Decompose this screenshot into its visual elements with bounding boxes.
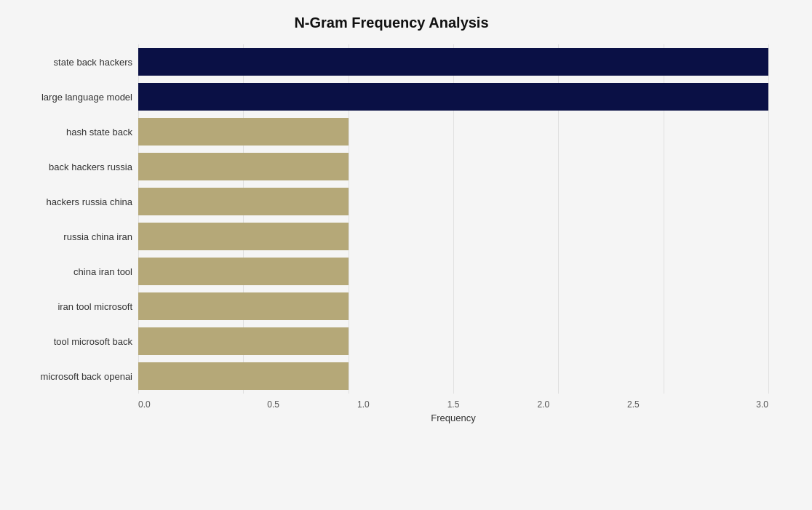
x-axis-title: Frequency — [138, 413, 768, 423]
bars-and-grid — [138, 44, 768, 394]
x-tick: 1.0 — [318, 399, 408, 410]
y-label: hackers russia china — [15, 184, 132, 219]
bar — [138, 83, 768, 111]
bar — [138, 153, 349, 180]
bar-row — [138, 289, 768, 324]
bar — [138, 292, 349, 320]
bar-row — [138, 184, 768, 219]
y-label: iran tool microsoft — [15, 289, 132, 324]
y-label: state back hackers — [15, 44, 132, 79]
x-tick: 0.5 — [228, 399, 319, 410]
y-label: russia china iran — [15, 219, 132, 254]
y-labels: state back hackerslarge language modelha… — [15, 44, 138, 394]
x-tick: 2.5 — [589, 399, 679, 410]
bar-row — [138, 254, 768, 289]
x-axis: 0.00.51.01.52.02.53.0 — [138, 399, 768, 410]
bar — [138, 48, 768, 76]
bar-row — [138, 324, 768, 359]
bar — [138, 327, 349, 355]
x-tick: 3.0 — [678, 399, 768, 410]
bar-row — [138, 44, 768, 79]
y-label: large language model — [15, 79, 132, 114]
bar-row — [138, 114, 768, 149]
y-label: hash state back — [15, 114, 132, 149]
bar — [138, 223, 349, 250]
bar-row — [138, 149, 768, 184]
bar — [138, 362, 349, 390]
x-tick: 1.5 — [408, 399, 498, 410]
chart-area: state back hackerslarge language modelha… — [15, 44, 768, 423]
chart-container: N-Gram Frequency Analysis state back hac… — [0, 0, 812, 510]
bar — [138, 258, 349, 285]
x-tick: 2.0 — [498, 399, 589, 410]
x-axis-labels: 0.00.51.01.52.02.53.0 — [138, 399, 768, 410]
y-label: china iran tool — [15, 254, 132, 289]
bar-row — [138, 79, 768, 114]
bar — [138, 118, 349, 146]
y-label: microsoft back openai — [15, 359, 132, 394]
bars-section: state back hackerslarge language modelha… — [15, 44, 768, 394]
bar-row — [138, 219, 768, 254]
bar-row — [138, 359, 768, 394]
x-tick: 0.0 — [138, 399, 228, 410]
bar — [138, 188, 349, 215]
chart-title: N-Gram Frequency Analysis — [15, 15, 768, 31]
y-label: back hackers russia — [15, 149, 132, 184]
y-label: tool microsoft back — [15, 324, 132, 359]
grid-line — [768, 44, 769, 394]
